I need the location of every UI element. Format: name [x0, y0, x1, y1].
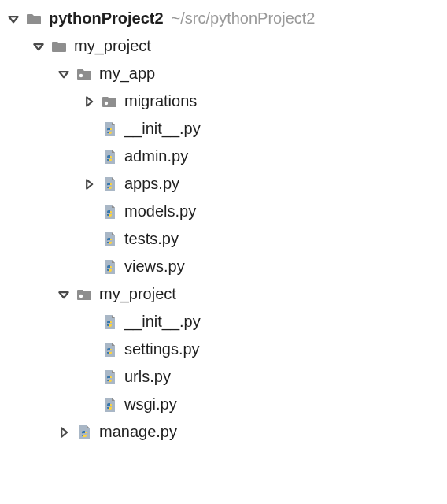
- tree-item-label: models.py: [124, 202, 196, 220]
- tree-row[interactable]: apps.py: [0, 170, 447, 198]
- tree-row[interactable]: manage.py: [0, 418, 447, 446]
- tree-item-label: migrations: [124, 92, 197, 110]
- tree-row[interactable]: wsgi.py: [0, 391, 447, 418]
- svg-point-0: [79, 73, 83, 76]
- python-file-icon: [101, 258, 118, 276]
- tree-row[interactable]: migrations: [0, 87, 447, 115]
- tree-row[interactable]: views.py: [0, 253, 447, 280]
- folder-marked-icon: [76, 286, 93, 303]
- tree-item-label: my_project: [99, 285, 176, 303]
- svg-point-1: [105, 101, 108, 104]
- tree-row[interactable]: __init__.py: [0, 115, 447, 143]
- chevron-down-icon[interactable]: [57, 287, 71, 302]
- tree-row[interactable]: tests.py: [0, 225, 447, 253]
- tree-row[interactable]: admin.py: [0, 143, 447, 170]
- python-file-icon: [101, 176, 118, 193]
- tree-item-label: wsgi.py: [124, 395, 177, 413]
- python-file-icon: [101, 341, 118, 358]
- tree-item-label: tests.py: [124, 230, 179, 248]
- folder-icon: [50, 38, 68, 55]
- tree-item-label: admin.py: [124, 147, 188, 165]
- python-file-icon: [101, 396, 118, 413]
- chevron-down-icon[interactable]: [6, 12, 20, 26]
- tree-item-label: __init__.py: [124, 313, 201, 331]
- tree-row[interactable]: my_app: [0, 60, 447, 87]
- python-file-icon: [76, 424, 93, 441]
- python-file-icon: [101, 148, 118, 165]
- tree-item-path-hint: ~/src/pythonProject2: [172, 9, 316, 28]
- tree-row[interactable]: my_project: [0, 280, 447, 308]
- tree-row[interactable]: pythonProject2~/src/pythonProject2: [0, 5, 447, 32]
- tree-item-label: urls.py: [124, 368, 171, 386]
- python-file-icon: [101, 120, 118, 138]
- chevron-down-icon[interactable]: [57, 67, 71, 81]
- tree-item-label: manage.py: [99, 423, 177, 441]
- folder-marked-icon: [76, 65, 93, 83]
- tree-item-label: views.py: [124, 258, 185, 276]
- tree-row[interactable]: urls.py: [0, 363, 447, 391]
- project-tree: pythonProject2~/src/pythonProject2my_pro…: [0, 0, 447, 446]
- chevron-right-icon[interactable]: [82, 177, 96, 191]
- tree-row[interactable]: __init__.py: [0, 308, 447, 335]
- tree-item-label: my_project: [74, 37, 151, 55]
- folder-icon: [25, 10, 42, 28]
- chevron-down-icon[interactable]: [31, 39, 46, 54]
- tree-row[interactable]: my_project: [0, 32, 447, 60]
- chevron-right-icon[interactable]: [57, 425, 71, 439]
- tree-row[interactable]: models.py: [0, 198, 447, 225]
- svg-point-2: [79, 294, 83, 297]
- chevron-right-icon[interactable]: [82, 94, 96, 109]
- tree-item-label: my_app: [99, 65, 155, 83]
- tree-item-label: settings.py: [124, 340, 200, 358]
- tree-item-label: pythonProject2: [49, 9, 164, 28]
- python-file-icon: [101, 231, 118, 248]
- folder-marked-icon: [101, 93, 118, 110]
- tree-item-label: __init__.py: [124, 120, 201, 138]
- python-file-icon: [101, 313, 118, 331]
- tree-item-label: apps.py: [124, 175, 179, 193]
- python-file-icon: [101, 369, 118, 386]
- tree-row[interactable]: settings.py: [0, 335, 447, 363]
- python-file-icon: [101, 203, 118, 220]
